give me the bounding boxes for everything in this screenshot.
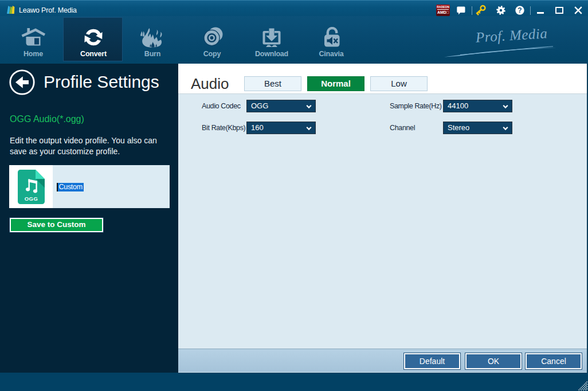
- svg-text:?: ?: [518, 6, 522, 14]
- svg-text:OGG: OGG: [25, 196, 38, 202]
